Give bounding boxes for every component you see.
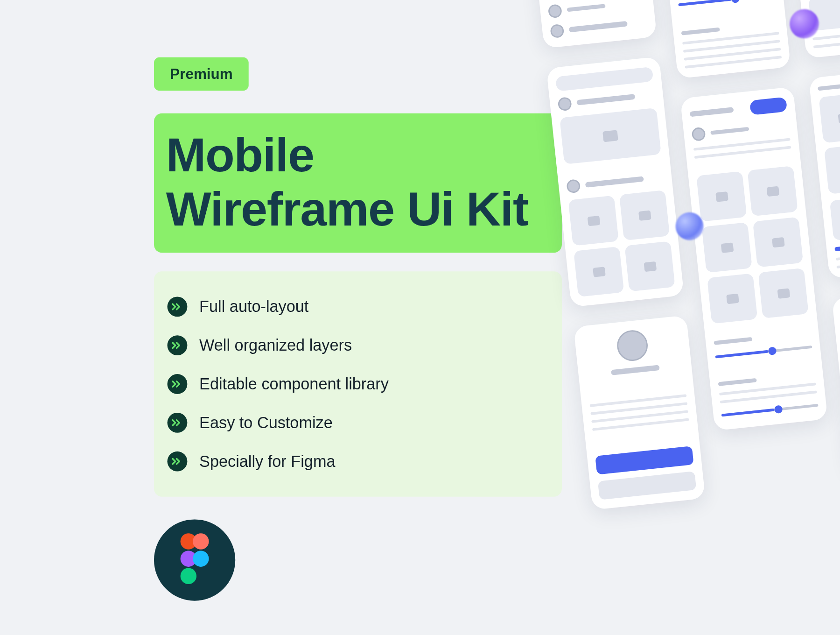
decorative-orb-icon <box>674 211 705 242</box>
wireframe-screen <box>809 66 840 278</box>
chevrons-icon <box>168 413 188 433</box>
features-list: Full auto-layout Well organized layers E… <box>154 272 562 497</box>
feature-item: Full auto-layout <box>168 288 549 326</box>
chevrons-icon <box>168 336 188 356</box>
feature-label: Editable component library <box>199 375 389 394</box>
svg-point-1 <box>193 534 209 550</box>
feature-item: Well organized layers <box>168 326 549 365</box>
feature-label: Easy to Customize <box>199 414 333 432</box>
wireframe-collage <box>532 0 840 635</box>
product-title: Mobile Wireframe Ui Kit <box>166 128 550 235</box>
feature-label: Full auto-layout <box>199 297 308 316</box>
title-card: Mobile Wireframe Ui Kit <box>154 113 562 253</box>
wireframe-screen <box>832 287 840 475</box>
chevrons-icon <box>168 374 188 394</box>
feature-item: Easy to Customize <box>168 403 549 442</box>
wireframe-screen <box>791 0 840 58</box>
feature-label: Well organized layers <box>199 336 352 355</box>
wireframe-screen <box>666 0 791 78</box>
premium-badge: Premium <box>154 57 249 91</box>
feature-item: Specially for Figma <box>168 442 549 481</box>
decorative-orb-icon <box>788 7 820 40</box>
feature-item: Editable component library <box>168 365 549 403</box>
figma-logo-icon <box>176 533 213 587</box>
title-line-1: Mobile <box>166 128 314 181</box>
chevrons-icon <box>168 297 188 317</box>
svg-point-4 <box>181 568 196 584</box>
chevrons-icon <box>168 452 188 472</box>
feature-label: Specially for Figma <box>199 452 335 471</box>
promo-canvas: Premium Mobile Wireframe Ui Kit Full aut… <box>126 0 840 635</box>
wireframe-screen <box>680 87 827 431</box>
left-panel: Premium Mobile Wireframe Ui Kit Full aut… <box>154 57 567 601</box>
title-line-2: Wireframe Ui Kit <box>166 182 528 235</box>
svg-point-3 <box>193 551 209 567</box>
figma-badge <box>154 520 235 601</box>
wireframe-screen <box>535 0 657 49</box>
wireframe-screen <box>574 315 706 510</box>
